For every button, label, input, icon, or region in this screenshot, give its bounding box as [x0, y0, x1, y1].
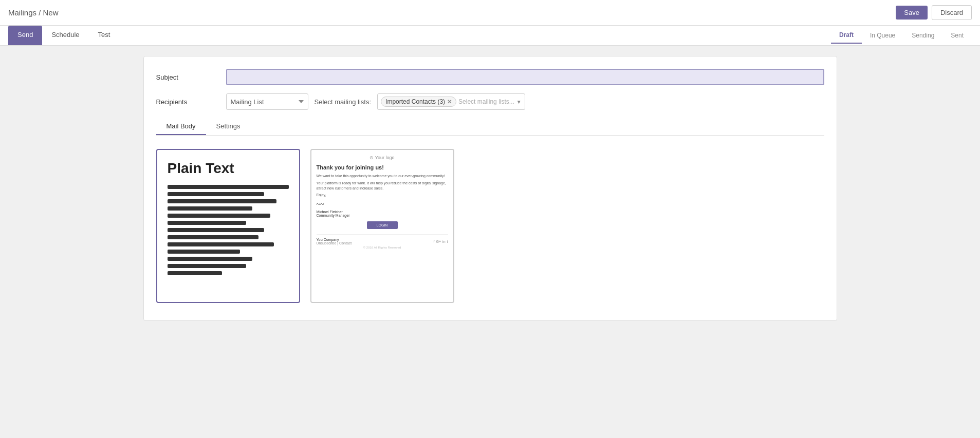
login-button[interactable]: LOGIN	[367, 221, 398, 229]
top-bar: Mailings / New Save Discard	[0, 0, 980, 26]
template-area: Plain Text ⊙ Your logo	[156, 144, 824, 308]
content-tabs: Mail Body Settings	[156, 118, 824, 136]
text-line-2	[168, 192, 265, 196]
tab-settings[interactable]: Settings	[206, 118, 251, 135]
text-line-7	[168, 228, 265, 232]
status-draft[interactable]: Draft	[831, 27, 862, 44]
template-body3: Enjoy,	[317, 193, 448, 198]
discard-button[interactable]: Discard	[932, 5, 972, 20]
signature-script: ~~	[317, 201, 448, 209]
tag-close-button[interactable]: ✕	[447, 99, 452, 105]
recipients-label: Recipients	[156, 98, 218, 106]
imported-contacts-tag[interactable]: Imported Contacts (3) ✕	[381, 97, 456, 107]
main-content: Subject Recipients Mailing List All Cont…	[0, 46, 980, 331]
facebook-icon: f	[434, 240, 435, 243]
status-sent[interactable]: Sent	[942, 27, 972, 44]
template-copyright: © 2016 All Rights Reserved	[317, 246, 448, 249]
logo-circle-icon: ⊙	[369, 155, 374, 160]
template-welcome-email[interactable]: ⊙ Your logo Thank you for joining us! We…	[310, 149, 454, 303]
action-tabs: Send Schedule Test	[8, 26, 831, 45]
footer-company: YourCompany Unsubscribe | Contact	[317, 238, 352, 245]
social-icons: f G+ in t	[434, 240, 448, 243]
recipients-row: Recipients Mailing List All Contacts Fil…	[156, 93, 824, 110]
template-signature: ~~ Michael Fletcher Community Manager	[317, 201, 448, 217]
text-line-9	[168, 242, 274, 246]
template-body1: We want to take this opportunity to welc…	[317, 174, 448, 179]
text-line-8	[168, 235, 258, 239]
template-footer: YourCompany Unsubscribe | Contact f G+ i…	[317, 234, 448, 245]
signature-title: Community Manager	[317, 214, 448, 217]
action-bar: Send Schedule Test Draft In Queue Sendin…	[0, 26, 980, 46]
text-line-6	[168, 221, 246, 225]
template-body2: Your platform is ready for work. It will…	[317, 181, 448, 191]
status-sending[interactable]: Sending	[903, 27, 942, 44]
status-inqueue[interactable]: In Queue	[862, 27, 903, 44]
recipients-controls: Mailing List All Contacts Filter Select …	[226, 93, 824, 110]
text-line-3	[168, 199, 276, 203]
template-logo: ⊙ Your logo	[317, 155, 448, 160]
save-button[interactable]: Save	[896, 6, 928, 20]
tab-mail-body[interactable]: Mail Body	[156, 118, 206, 135]
mailing-list-tags[interactable]: Imported Contacts (3) ✕ Select mailing l…	[377, 93, 525, 110]
subject-row: Subject	[156, 69, 824, 85]
twitter-icon: t	[447, 240, 448, 243]
text-line-5	[168, 214, 271, 218]
googleplus-icon: G+	[436, 240, 441, 243]
template-plain-text[interactable]: Plain Text	[156, 149, 300, 303]
text-line-10	[168, 250, 241, 254]
breadcrumb: Mailings / New	[8, 8, 59, 17]
tag-label: Imported Contacts (3)	[385, 98, 445, 105]
dropdown-arrow-icon[interactable]: ▼	[516, 99, 522, 105]
recipients-dropdown[interactable]: Mailing List All Contacts Filter	[226, 93, 308, 110]
select-mailing-lists-label: Select mailing lists:	[315, 98, 372, 106]
template-heading: Thank you for joining us!	[317, 164, 448, 170]
tab-test[interactable]: Test	[89, 26, 120, 45]
status-tabs: Draft In Queue Sending Sent	[831, 27, 972, 44]
plain-text-title: Plain Text	[168, 160, 289, 177]
subject-input[interactable]	[226, 69, 824, 85]
linkedin-icon: in	[442, 240, 445, 243]
signature-name: Michael Fletcher	[317, 210, 448, 214]
tab-send[interactable]: Send	[8, 26, 42, 45]
form-card: Subject Recipients Mailing List All Cont…	[143, 56, 837, 321]
subject-label: Subject	[156, 73, 218, 81]
tab-schedule[interactable]: Schedule	[42, 26, 88, 45]
tag-placeholder: Select mailing lists...	[458, 98, 514, 105]
text-line-13	[168, 271, 222, 275]
text-line-1	[168, 185, 289, 189]
text-line-11	[168, 257, 252, 261]
text-line-12	[168, 264, 246, 268]
text-line-4	[168, 206, 252, 211]
